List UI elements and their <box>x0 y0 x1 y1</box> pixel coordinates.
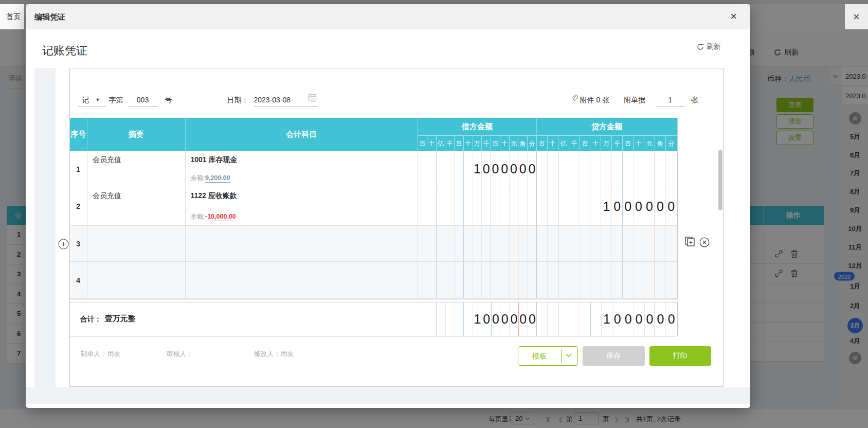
chevron-down-icon[interactable] <box>566 353 572 358</box>
digit-cell <box>558 187 569 225</box>
calendar-icon[interactable] <box>308 93 317 102</box>
summary-cell[interactable] <box>87 226 186 261</box>
attachment-count-button[interactable]: 附件 0 张 <box>580 96 610 105</box>
date-input[interactable]: 2023-03-08 <box>254 96 291 104</box>
digit-cell <box>558 151 569 187</box>
copy-row-button[interactable] <box>684 236 696 247</box>
header-credit: 贷方金额 <box>537 118 677 135</box>
bg-dialog-close-button[interactable]: × <box>845 4 868 29</box>
modal-title: 编辑凭证 <box>34 12 65 22</box>
maker-label: 制单人：用友 <box>81 349 121 359</box>
digit-cell <box>473 262 482 298</box>
row-number: 3 <box>70 226 88 261</box>
summary-cell[interactable] <box>87 262 186 298</box>
digit-cell: 0 <box>492 302 501 336</box>
voucher-table-body: 1会员充值1001 库存现金余额:9,200.0010000002会员充值112… <box>70 151 677 299</box>
credit-digit-grid[interactable] <box>537 262 677 298</box>
debit-digit-grid[interactable] <box>418 262 537 298</box>
total-label: 合计： <box>80 315 102 324</box>
digit-label: 百 <box>418 136 427 151</box>
voucher-type-select[interactable]: 记 ▼ <box>82 96 100 105</box>
digit-cell <box>569 262 580 298</box>
digit-cell <box>580 262 591 298</box>
account-cell[interactable] <box>186 226 419 261</box>
fudanju-label: 附单据 <box>624 96 646 105</box>
account-cell[interactable]: 1001 库存现金余额:9,200.00 <box>186 151 419 187</box>
credit-digit-grid[interactable] <box>537 226 677 261</box>
voucher-refresh-button[interactable]: 刷新 <box>697 42 720 51</box>
digit-cell <box>437 151 446 187</box>
paperclip-icon <box>570 94 578 102</box>
digit-cell: 0 <box>645 302 656 336</box>
header-account: 会计科目 <box>186 118 419 151</box>
debit-digit-grid[interactable]: 1000000 <box>418 151 537 187</box>
digit-cell: 0 <box>644 187 655 225</box>
digit-cell <box>500 262 510 298</box>
header-debit: 借方金额 <box>418 118 537 135</box>
digit-cell <box>666 151 677 187</box>
credit-digit-grid[interactable]: 1000000 <box>537 187 677 225</box>
app-root: 频 刷新 请输 币种：人民币 查询 清空 设置 操作 1234567 » 202… <box>0 0 868 428</box>
digit-cell <box>580 226 591 261</box>
account-cell[interactable]: 1122 应收账款余额:-10,000.00 <box>186 187 419 225</box>
digit-cell <box>510 262 519 298</box>
digit-cell <box>464 302 473 336</box>
add-row-button[interactable] <box>58 239 69 249</box>
refresh-icon <box>697 43 704 50</box>
template-button[interactable]: 模板 <box>518 346 578 366</box>
fudanju-input[interactable]: 1 <box>656 96 685 104</box>
debit-digit-grid[interactable]: 1000000 <box>419 302 537 336</box>
digit-cell <box>518 262 528 298</box>
digit-cell: 0 <box>634 302 645 336</box>
digit-cell <box>528 262 537 298</box>
print-button[interactable]: 打印 <box>649 346 711 366</box>
modal-close-button[interactable]: × <box>730 10 737 23</box>
digit-cell <box>644 151 655 187</box>
digit-cell <box>569 226 580 261</box>
digit-label: 十 <box>427 136 437 151</box>
balance-value[interactable]: 9,200.00 <box>205 174 230 183</box>
digit-cell <box>558 302 569 336</box>
digit-cell <box>612 226 623 261</box>
table-scrollbar[interactable] <box>718 150 722 210</box>
summary-cell[interactable]: 会员充值 <box>87 187 186 225</box>
voucher-number-input[interactable]: 003 <box>128 96 158 104</box>
debit-digit-grid[interactable] <box>418 187 537 225</box>
delete-row-button[interactable] <box>699 237 710 247</box>
digit-label: 千 <box>445 136 455 151</box>
balance-value[interactable]: -10,000.00 <box>205 213 236 221</box>
digit-cell: 0 <box>612 187 623 225</box>
digit-cell <box>427 187 437 225</box>
credit-digit-grid[interactable] <box>537 151 677 187</box>
row-number: 4 <box>70 262 88 298</box>
account-cell[interactable] <box>186 262 419 298</box>
digit-cell <box>558 226 569 261</box>
digit-cell <box>644 226 655 261</box>
digit-label: 百 <box>455 136 464 151</box>
account-name: 1122 应收账款 <box>191 191 418 201</box>
debit-digit-grid[interactable] <box>418 226 537 261</box>
digit-cell: 0 <box>666 187 677 225</box>
digit-cell <box>418 187 427 225</box>
digit-cell <box>558 262 569 298</box>
digit-cell <box>537 187 548 225</box>
digit-cell <box>569 187 580 225</box>
digit-cell <box>464 262 473 298</box>
digit-cell: 0 <box>655 302 666 336</box>
credit-digit-grid[interactable]: 1000000 <box>537 302 677 336</box>
digit-cell: 1 <box>473 302 482 336</box>
modifier-label: 修改人：用友 <box>254 349 294 359</box>
tab-home[interactable]: 首页 <box>0 4 24 29</box>
digit-label: 十 <box>548 136 558 151</box>
digit-cell: 0 <box>500 302 510 336</box>
digit-cell <box>445 262 455 298</box>
digit-cell: 1 <box>602 302 612 336</box>
digit-cell <box>419 302 428 336</box>
digit-cell <box>427 262 437 298</box>
digit-cell <box>491 262 500 298</box>
summary-cell[interactable]: 会员充值 <box>87 151 186 187</box>
digit-label: 角 <box>655 136 666 151</box>
digit-cell <box>548 187 558 225</box>
digit-cell <box>491 226 500 261</box>
save-button[interactable]: 保存 <box>583 346 645 366</box>
